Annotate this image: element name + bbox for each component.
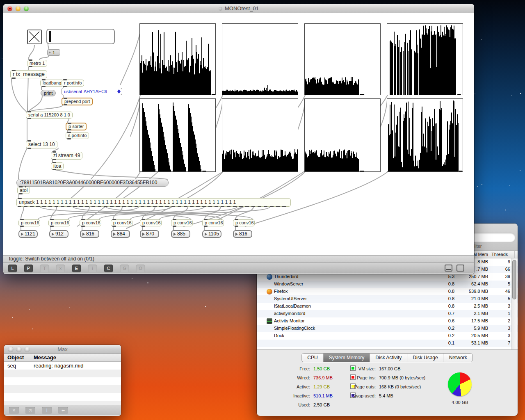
process-row[interactable]: iStatLocalDaemon0.82.5 MB3 xyxy=(257,303,518,310)
info-icon[interactable]: i xyxy=(88,265,97,272)
tab-disk-usage[interactable]: Disk Usage xyxy=(407,354,443,362)
scrollbar-track[interactable] xyxy=(511,258,517,349)
delete-icon[interactable]: x xyxy=(56,265,65,272)
process-row[interactable]: WindowServer0.862.4 MB5 xyxy=(257,281,518,288)
conv16-number-box[interactable]: 870 xyxy=(140,230,159,238)
console-row[interactable] xyxy=(4,377,121,385)
process-threads: 39 xyxy=(482,274,510,279)
lock-icon[interactable]: L xyxy=(8,265,17,272)
patch-canvas[interactable]: 1 metro 1 r tx_message loadbang print r … xyxy=(3,13,473,255)
p-conv16-subpatch[interactable]: p conv16 xyxy=(48,219,70,226)
max-patcher-window[interactable]: MONOtest_01 1 metro 1 r tx_message loadb… xyxy=(3,4,474,274)
console-row[interactable]: seqreading: nagasm.mid xyxy=(4,362,121,370)
column-separator[interactable] xyxy=(514,251,515,258)
compass-icon[interactable]: O xyxy=(136,265,145,272)
process-row[interactable]: Firefox0.8539.8 MB46 xyxy=(257,288,518,295)
conv16-number-box[interactable]: 884 xyxy=(111,230,130,238)
scope-display xyxy=(387,98,463,172)
scrollbar-thumb[interactable] xyxy=(512,260,516,299)
conv16-number-box[interactable]: 816 xyxy=(80,230,99,238)
console-row[interactable] xyxy=(4,370,121,377)
conv16-number-box[interactable]: 912 xyxy=(49,230,68,238)
memory-stat-label: Wired: xyxy=(297,375,310,380)
console-row[interactable] xyxy=(4,393,121,401)
p-conv16-subpatch[interactable]: p conv16 xyxy=(80,219,101,226)
console-rows[interactable]: seqreading: nagasm.mid xyxy=(4,362,121,405)
p-conv16-subpatch[interactable]: p conv16 xyxy=(233,219,255,226)
p-conv16-subpatch[interactable]: p conv16 xyxy=(18,219,40,226)
p-conv16-subpatch[interactable]: p conv16 xyxy=(140,219,162,226)
p-sorter-subpatch[interactable]: p sorter xyxy=(66,123,87,130)
process-row[interactable]: Activity Monitor0.617.5 MB2 xyxy=(257,317,518,325)
process-row[interactable]: activitymonitord0.72.1 MB1 xyxy=(257,310,518,317)
patcher-status-bar: toggle: Switch between off and on (0/1) xyxy=(3,255,474,262)
clear-icon[interactable]: ✕ xyxy=(9,407,19,414)
vm-stat-row: Swap used:5.4 MB xyxy=(343,393,441,399)
process-row[interactable]: Thunderbird5.3250.7 MB39 xyxy=(257,273,518,281)
process-row[interactable]: 0.153.1 MB7 xyxy=(257,340,518,347)
close-button[interactable] xyxy=(8,347,13,352)
process-row[interactable]: Dock0.220.5 MB3 xyxy=(257,332,518,340)
tab-network[interactable]: Network xyxy=(444,354,472,362)
p-conv16-subpatch[interactable]: p conv16 xyxy=(202,219,224,226)
presentation-icon[interactable]: E xyxy=(72,265,81,272)
patcher-titlebar[interactable]: MONOtest_01 xyxy=(3,4,474,13)
p-conv16-subpatch[interactable]: p conv16 xyxy=(111,219,132,226)
minimize-button[interactable] xyxy=(16,347,21,352)
clock-icon[interactable]: ◷ xyxy=(25,407,35,414)
select-object[interactable]: select 13 10 xyxy=(26,141,57,148)
star xyxy=(477,186,478,187)
menu-stepper[interactable] xyxy=(115,88,122,95)
process-row[interactable]: SystemUIServer0.821.0 MB5 xyxy=(257,295,518,303)
pages-icon[interactable]: P xyxy=(24,265,33,272)
window-maximize-icon[interactable] xyxy=(457,265,464,272)
stats-tab-bar[interactable]: CPUSystem MemoryDisk ActivityDisk UsageN… xyxy=(301,353,472,362)
number-one-box[interactable]: 1 xyxy=(47,49,60,56)
zoom-button[interactable] xyxy=(24,6,29,11)
conv16-number-box[interactable]: 885 xyxy=(171,230,190,238)
p-conv16-subpatch[interactable]: p conv16 xyxy=(171,219,193,226)
text-entry-box[interactable] xyxy=(46,29,115,44)
process-name: SystemUIServer xyxy=(274,296,307,301)
info-icon[interactable]: i xyxy=(42,407,52,414)
itoa-object[interactable]: itoa xyxy=(51,162,64,170)
receive-portinfo-object[interactable]: r portinfo xyxy=(62,80,84,87)
grid-icon[interactable]: G xyxy=(120,265,129,272)
send-portinfo-object[interactable]: s portinfo xyxy=(66,132,89,139)
close-button[interactable] xyxy=(7,6,12,11)
console-titlebar[interactable]: Max xyxy=(4,345,121,354)
zoom-button[interactable] xyxy=(25,347,30,352)
receive-tx-message-object[interactable]: r tx_message xyxy=(10,70,47,78)
window-split-view-icon[interactable] xyxy=(445,265,452,272)
console-row[interactable] xyxy=(4,385,121,393)
star xyxy=(205,306,206,307)
conv16-number-box[interactable]: 1121 xyxy=(18,230,38,238)
process-row[interactable]: SimpleFloatingClock0.25.9 MB3 xyxy=(257,325,518,332)
prepend-port-object[interactable]: prepend port xyxy=(62,98,93,105)
tab-disk-activity[interactable]: Disk Activity xyxy=(370,354,407,362)
conv16-number-box[interactable]: 816 xyxy=(233,230,252,238)
hex-message-box[interactable]: :78811501BA81020E3A004460000BE600000F3D3… xyxy=(16,179,169,187)
numbox-triangle-icon xyxy=(142,233,145,236)
serial-object[interactable]: serial a 115200 8 1 0 xyxy=(26,112,73,119)
max-console-window[interactable]: Max Object Message seqreading: nagasm.mi… xyxy=(4,345,121,416)
minimize-button[interactable] xyxy=(16,6,21,11)
star xyxy=(482,184,482,185)
serial-port-menu[interactable]: usbserial-AHY1AEC6 xyxy=(62,88,122,95)
toggle-object[interactable] xyxy=(27,30,42,44)
column-header-threads[interactable]: Threads xyxy=(491,252,508,257)
conv16-number-box[interactable]: 1105 xyxy=(202,230,221,238)
serial-port-menu-value: usbserial-AHY1AEC6 xyxy=(64,89,107,94)
column-separator[interactable] xyxy=(490,251,490,258)
loadbang-object[interactable]: loadbang xyxy=(40,80,64,87)
tab-system-memory[interactable]: System Memory xyxy=(324,354,370,362)
patchcords-icon[interactable]: C xyxy=(104,265,113,272)
print-button[interactable]: print xyxy=(41,90,56,96)
zl-stream-object[interactable]: zl stream 49 xyxy=(51,152,82,160)
tools-icon[interactable]: T xyxy=(40,265,49,272)
metro-object[interactable]: metro 1 xyxy=(27,60,47,67)
back-arrow-icon[interactable]: ⬅ xyxy=(58,407,68,414)
atoi-object[interactable]: atoi xyxy=(17,187,30,194)
tab-cpu[interactable]: CPU xyxy=(302,354,323,362)
unpack-object[interactable]: unpack 1 1 1 1 1 1 1 1 1 1 1 1 1 1 1 1 1… xyxy=(16,198,291,207)
